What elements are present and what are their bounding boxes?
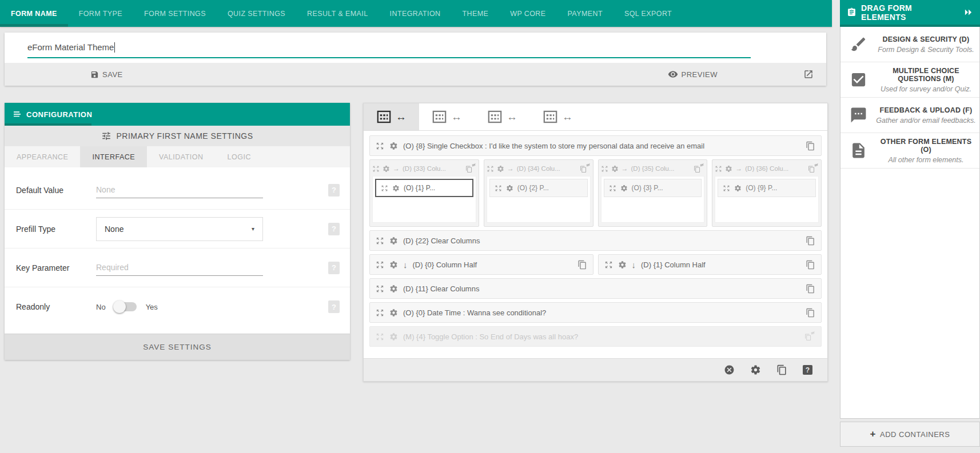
expand-icon[interactable] — [376, 142, 384, 150]
copy-icon[interactable] — [776, 364, 787, 375]
gear-icon[interactable] — [389, 284, 398, 293]
expand-icon[interactable] — [604, 260, 613, 269]
tab-result-email[interactable]: RESULT & EMAIL — [296, 0, 379, 27]
column-dropzone[interactable]: (O) {2} P... — [487, 176, 591, 223]
external-link-icon[interactable] — [803, 69, 814, 79]
column-container[interactable]: → (D) {33} Colu... (O) {1} P... — [369, 159, 479, 227]
prefill-type-select[interactable]: None ▾ — [96, 217, 263, 241]
gear-icon[interactable] — [611, 165, 619, 173]
default-value-input[interactable] — [96, 182, 263, 198]
element-row-column-half[interactable]: ↓ (D) {0} Column Half — [369, 254, 593, 275]
copy-disabled-icon[interactable] — [807, 163, 819, 174]
collapse-chevrons-icon[interactable] — [963, 8, 973, 17]
tab-validation[interactable]: VALIDATION — [147, 146, 215, 167]
copy-disabled-icon[interactable] — [579, 163, 591, 174]
column-container[interactable]: → (D) {36} Colu... (O) {9} P... — [712, 159, 822, 227]
help-icon[interactable]: ? — [803, 365, 812, 375]
copy-disabled-icon[interactable] — [465, 163, 476, 174]
form-name-input[interactable]: eForm Material Theme — [27, 37, 751, 58]
gear-icon[interactable] — [734, 185, 742, 192]
expand-icon[interactable] — [715, 165, 722, 173]
copy-icon[interactable] — [806, 141, 815, 151]
tab-quiz-settings[interactable]: QUIZ SETTINGS — [217, 0, 296, 27]
gear-icon[interactable] — [497, 165, 504, 173]
expand-icon[interactable] — [376, 284, 384, 293]
tab-form-name[interactable]: FORM NAME — [0, 0, 68, 27]
element-row-column-half[interactable]: ↓ (D) {1} Column Half — [598, 254, 822, 275]
tab-theme[interactable]: THEME — [451, 0, 499, 27]
sidebar-item-multiple-choice[interactable]: MULTIPLE CHOICE QUESTIONS (M) Used for s… — [840, 62, 979, 98]
copy-icon[interactable] — [577, 260, 587, 270]
resize-arrow-icon[interactable]: ↔ — [451, 111, 462, 122]
copy-icon[interactable] — [806, 260, 815, 270]
copy-disabled-icon[interactable] — [693, 163, 704, 174]
container-tab-1[interactable]: ↔ — [364, 103, 419, 130]
inner-element[interactable]: (O) {2} P... — [489, 179, 588, 197]
copy-icon[interactable] — [806, 308, 815, 318]
tab-integration[interactable]: INTEGRATION — [379, 0, 452, 27]
element-row-date-time[interactable]: (O) {0} Date Time : Wanna see conditiona… — [369, 302, 822, 323]
expand-icon[interactable] — [376, 332, 384, 341]
key-parameter-input[interactable] — [96, 259, 263, 276]
gear-icon[interactable] — [389, 142, 398, 150]
gear-icon[interactable] — [392, 185, 400, 192]
column-container[interactable]: → (D) {34} Colu... (O) {2} P... — [484, 159, 593, 227]
tab-form-settings[interactable]: FORM SETTINGS — [133, 0, 217, 27]
gear-icon[interactable] — [506, 185, 513, 192]
inner-element[interactable]: (O) {3} P... — [604, 179, 702, 197]
expand-icon[interactable] — [376, 308, 384, 317]
expand-icon[interactable] — [495, 185, 502, 192]
gear-icon[interactable] — [389, 308, 398, 317]
element-row-single-checkbox[interactable]: (O) {8} Single Checkbox : I'd like the s… — [369, 135, 822, 156]
tab-wp-core[interactable]: WP CORE — [499, 0, 556, 27]
column-dropzone[interactable]: (O) {9} P... — [715, 176, 819, 223]
resize-arrow-icon[interactable]: ↔ — [507, 111, 517, 122]
expand-icon[interactable] — [376, 236, 384, 245]
save-button[interactable]: SAVE — [90, 70, 123, 79]
tab-sql-export[interactable]: SQL EXPORT — [614, 0, 683, 27]
readonly-toggle[interactable] — [115, 302, 137, 311]
expand-icon[interactable] — [609, 185, 616, 192]
resize-arrow-icon[interactable]: ↔ — [562, 111, 573, 122]
gear-icon[interactable] — [618, 260, 627, 269]
help-icon[interactable]: ? — [328, 262, 340, 274]
element-row-toggle-option[interactable]: (M) {4} Toggle Option : So End of Days w… — [369, 326, 822, 347]
container-tab-3[interactable]: ↔ — [475, 103, 530, 130]
copy-icon[interactable] — [806, 236, 815, 246]
copy-disabled-icon[interactable] — [804, 331, 815, 342]
element-row-clear-columns[interactable]: (D) {22} Clear Columns — [369, 230, 822, 251]
close-circle-icon[interactable] — [724, 364, 735, 375]
tab-appearance[interactable]: APPEARANCE — [5, 146, 80, 167]
gear-icon[interactable] — [389, 332, 398, 341]
preview-button[interactable]: PREVIEW — [668, 69, 718, 79]
sidebar-item-feedback-upload[interactable]: FEEDBACK & UPLOAD (F) Gather and/or emai… — [840, 98, 979, 133]
expand-icon[interactable] — [381, 185, 388, 192]
help-icon[interactable]: ? — [328, 300, 340, 313]
expand-icon[interactable] — [372, 165, 380, 173]
expand-icon[interactable] — [376, 260, 384, 269]
resize-arrow-icon[interactable]: ↔ — [396, 111, 407, 122]
add-containers-button[interactable]: + ADD CONTAINERS — [840, 422, 980, 447]
expand-icon[interactable] — [723, 185, 730, 192]
gear-icon[interactable] — [389, 260, 398, 269]
gear-icon[interactable] — [725, 165, 732, 173]
inner-element-selected[interactable]: (O) {1} P... — [375, 179, 473, 197]
gear-icon[interactable] — [389, 236, 398, 245]
sidebar-item-design-security[interactable]: DESIGN & SECURITY (D) Form Design & Secu… — [840, 27, 979, 62]
expand-icon[interactable] — [601, 165, 608, 173]
help-icon[interactable]: ? — [328, 223, 340, 235]
save-settings-button[interactable]: SAVE SETTINGS — [5, 334, 350, 360]
container-tab-2[interactable]: ↔ — [419, 103, 475, 130]
copy-icon[interactable] — [806, 284, 815, 294]
element-row-clear-columns[interactable]: (D) {11} Clear Columns — [369, 278, 822, 299]
expand-icon[interactable] — [487, 165, 494, 173]
help-icon[interactable]: ? — [328, 184, 340, 197]
column-container[interactable]: → (D) {35} Colu... (O) {3} P... — [598, 159, 708, 227]
tab-logic[interactable]: LOGIC — [216, 146, 263, 167]
sidebar-item-other-elements[interactable]: OTHER FORM ELEMENTS (O) All other form e… — [840, 133, 979, 169]
column-dropzone[interactable]: (O) {3} P... — [601, 176, 705, 223]
tab-payment[interactable]: PAYMENT — [557, 0, 614, 27]
inner-element[interactable]: (O) {9} P... — [718, 179, 816, 197]
tab-interface[interactable]: INTERFACE — [80, 146, 147, 167]
tab-form-type[interactable]: FORM TYPE — [68, 0, 133, 27]
